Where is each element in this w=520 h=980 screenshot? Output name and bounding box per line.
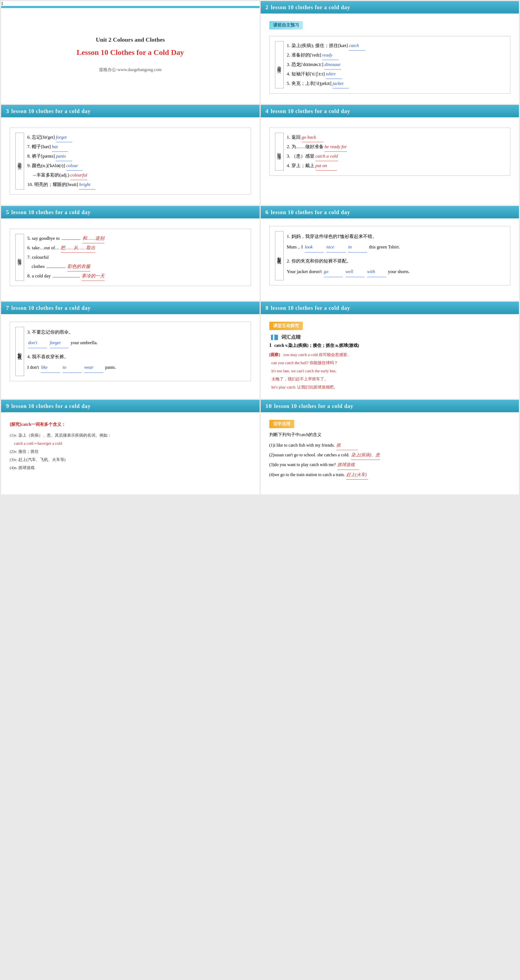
panel-6-header: 6 lesson 10 clothes for a cold day <box>261 206 519 218</box>
panel-num-7: 7 <box>6 304 9 312</box>
panel-5-title: lesson 10 clothes for a cold day <box>11 209 91 215</box>
panel-10-content: 活学活用 判断下列句子中catch的含义 (1)i like to catch … <box>261 412 519 487</box>
vocab-item-2-4: 4. 短袖汗衫['tiːʃɜːt] tshirt <box>287 70 505 79</box>
panel-4-header: 4 lesson 10 clothes for a cold day <box>261 105 519 117</box>
vocab-num-title: 1 catch v.染上(疾病)；接住；抓住 n.抓球(游戏) <box>270 342 510 348</box>
activity-label: 活学活用 <box>270 420 294 428</box>
panel-7-header: 7 lesson 10 clothes for a cold day <box>1 302 260 314</box>
sentence-inner-7: 句型在线 3. 不要忘记你的雨伞。 don't forget your umbr… <box>16 327 245 376</box>
panel-num-6: 6 <box>266 209 269 216</box>
bar-accent: ▌ <box>271 335 278 340</box>
vocab-box-2: 单词闯关 1. 染上(疾病); 接住；抓住[kæt] catch 2. 准备好的… <box>270 36 510 94</box>
panel-9-header: 9 lesson 10 clothes for a cold day <box>1 400 260 412</box>
panel-num-4: 4 <box>266 108 269 115</box>
vocab-item-3-10: 10. 明亮的；耀眼的[braɪt] bright <box>27 180 245 189</box>
panel-3: 3 lesson 10 clothes for a cold day 单词闯关 … <box>1 105 260 205</box>
vocab-box-inner-2: 单词闯关 1. 染上(疾病); 接住；抓住[kæt] catch 2. 准备好的… <box>275 41 505 88</box>
explore-3: (3)v. 赶上(汽车、飞机、火车等) <box>10 455 251 464</box>
explore-title: [探究]catch一词有多个含义： <box>10 420 251 429</box>
lesson-title: Lesson 10 Clothes for a Cold Day <box>76 48 184 57</box>
panel-num-8: 8 <box>266 304 269 312</box>
panel-7-title: lesson 10 clothes for a cold day <box>11 305 91 311</box>
vocab-items-2: 1. 染上(疾病); 接住；抓住[kæt] catch 2. 准备好的['red… <box>287 41 505 88</box>
sentence-6-1: 1. 妈妈，我穿这件绿色的T恤衫看起来不错。 Mum，I look nice i… <box>287 231 505 253</box>
unit-title: Unit 2 Colours and Clothes <box>96 36 165 43</box>
panel-3-header: 3 lesson 10 clothes for a cold day <box>1 105 260 117</box>
phrase-item-4-2: 2. 为……做好准备 be ready for <box>287 142 505 152</box>
panel-3-title: lesson 10 clothes for a cold day <box>11 108 91 115</box>
observe-text: you may catch a cold.你可能会患感冒。 <box>281 353 351 357</box>
phrase-label-4: 短语互译 <box>275 133 284 170</box>
vocab-box-3: 单词闯关 6. 忘记[fə'get] forget 7. 帽子[hæt] hat… <box>10 127 251 195</box>
panel-num-10: 10 <box>266 402 272 410</box>
panel-4: 4 lesson 10 clothes for a cold day 短语互译 … <box>261 105 519 205</box>
panel-8-header: 8 lesson 10 clothes for a cold day <box>261 302 519 314</box>
panel-6: 6 lesson 10 clothes for a cold day 句型在线 … <box>261 206 519 301</box>
examples-8: can you catch the ball? 你能接住球吗？ it's too… <box>270 359 510 391</box>
vocab-item-3-9: 9. 颜色(n.)['kʌlə(r)] colour <box>27 161 245 170</box>
website: 道格办公-www.daogebangong.com <box>99 67 162 73</box>
vocab-box-inner-3: 单词闯关 6. 忘记[fə'get] forget 7. 帽子[hæt] hat… <box>16 133 245 189</box>
panel-9-title: lesson 10 clothes for a cold day <box>11 403 91 409</box>
sentence-box-7: 句型在线 3. 不要忘记你的雨伞。 don't forget your umbr… <box>10 322 251 381</box>
panel-6-content: 句型在线 1. 妈妈，我穿这件绿色的T恤衫看起来不错。 Mum，I look n… <box>261 218 519 293</box>
phrase-item-4-4: 4. 穿上；戴上 put on <box>287 161 505 170</box>
phrase-item-5-7b: clothes 彩色的衣服 <box>27 262 245 271</box>
sentence-7-3: 3. 不要忘记你的雨伞。 don't forget your umbrella. <box>27 327 245 348</box>
observe-label: [观察] <box>270 353 280 357</box>
panel-3-content: 单词闯关 6. 忘记[fə'get] forget 7. 帽子[hæt] hat… <box>1 117 260 205</box>
panel-num-1: 1 <box>1 1 260 6</box>
explore-section: [探究]catch一词有多个含义： (1)v. 染上（疾病）、患。其后接表示疾病… <box>10 420 251 472</box>
vocab-items-3: 6. 忘记[fə'get] forget 7. 帽子[hæt] hat 8. 裤… <box>27 133 245 189</box>
phrase-box-5: 短语互译 5. say goodbye to 和……道别 6. take…out… <box>10 229 251 286</box>
vocab-label-3: 单词闯关 <box>16 133 24 189</box>
judge-1: (1)i like to catch fish with my friends.… <box>270 441 510 450</box>
vocab-item-3-9b: →丰富多彩的(adj.) colourful <box>27 170 245 180</box>
sentence-items-6: 1. 妈妈，我穿这件绿色的T恤衫看起来不错。 Mum，I look nice i… <box>287 231 505 280</box>
phrase-item-5-6: 6. take…out of… 把……从……取出 <box>27 243 245 253</box>
sentence-6-2: 2. 你的夹克和你的短裤不搭配。 Your jacket doesn't go … <box>287 256 505 277</box>
vocab-item-3-8: 8. 裤子[pænts] pants <box>27 152 245 161</box>
vocab-item-2-3: 3. 恐龙['dɑɪməsɔː] dinosaur <box>287 60 505 70</box>
panel-4-content: 短语互译 1. 返回 go back 2. 为……做好准备 be ready f… <box>261 117 519 186</box>
judge-3: (3)do you want to play catch with me? 抓球… <box>270 460 510 469</box>
panel-2-title: lesson 10 clothes for a cold day <box>271 4 350 11</box>
phrase-label-5: 短语互译 <box>16 234 24 281</box>
judge-2: (2)susan can't go to school. she catches… <box>270 450 510 460</box>
panel-num-9: 9 <box>6 402 9 410</box>
sentence-items-7: 3. 不要忘记你的雨伞。 don't forget your umbrella.… <box>27 327 245 376</box>
vocab-item-3-7: 7. 帽子[hæt] hat <box>27 142 245 152</box>
panel-2: 2 lesson 10 clothes for a cold day 课前自主预… <box>261 1 519 104</box>
sentence-label-7: 句型在线 <box>16 327 24 376</box>
sentence-label-6: 句型在线 <box>275 231 284 280</box>
panel-8: 8 lesson 10 clothes for a cold day 课堂互动探… <box>261 302 519 399</box>
phrase-items-4: 1. 返回 go back 2. 为……做好准备 be ready for 3.… <box>287 133 505 170</box>
page-grid: 1 Unit 2 Colours and Clothes Lesson 10 C… <box>0 0 520 496</box>
panel-6-title: lesson 10 clothes for a cold day <box>271 209 350 215</box>
phrase-items-5: 5. say goodbye to 和……道别 6. take…out of… … <box>27 234 245 281</box>
vocab-title-label: 词汇点睛 <box>281 334 301 340</box>
phrase-item-4-3: 3. （患）感冒 catch a cold <box>287 152 505 161</box>
explore-4: (4)n. 抓球游戏 <box>10 464 251 472</box>
judge-intro: 判断下列句子中catch的含义 <box>270 432 510 438</box>
observe-section: [观察] you may catch a cold.你可能会患感冒。 <box>270 351 510 359</box>
sentence-inner-6: 句型在线 1. 妈妈，我穿这件绿色的T恤衫看起来不错。 Mum，I look n… <box>275 231 505 280</box>
panel-2-content: 课前自主预习 单词闯关 1. 染上(疾病); 接住；抓住[kæt] catch … <box>261 14 519 104</box>
panel-5-header: 5 lesson 10 clothes for a cold day <box>1 206 260 218</box>
panel-5: 5 lesson 10 clothes for a cold day 短语互译 … <box>1 206 260 301</box>
panel-num-3: 3 <box>6 108 9 115</box>
panel-7: 7 lesson 10 clothes for a cold day 句型在线 … <box>1 302 260 399</box>
phrase-box-4: 短语互译 1. 返回 go back 2. 为……做好准备 be ready f… <box>270 127 510 176</box>
panel-8-content: 课堂互动探究 ▌ 词汇点睛 1 catch v.染上(疾病)；接住；抓住 n.抓… <box>261 314 519 399</box>
panel-1-content: Unit 2 Colours and Clothes Lesson 10 Clo… <box>1 6 260 100</box>
panel-5-content: 短语互译 5. say goodbye to 和……道别 6. take…out… <box>1 218 260 296</box>
panel-2-header: 2 lesson 10 clothes for a cold day <box>261 1 519 14</box>
vocab-label-2: 单词闯关 <box>275 41 284 88</box>
vocab-item-2-1: 1. 染上(疾病); 接住；抓住[kæt] catch <box>287 41 505 51</box>
judge-4: (4)we go to the train station to catch a… <box>270 470 510 480</box>
explore-2: (2)v. 接住；抓住 <box>10 447 251 455</box>
phrase-item-5-5: 5. say goodbye to 和……道别 <box>27 234 245 243</box>
phrase-inner-5: 短语互译 5. say goodbye to 和……道别 6. take…out… <box>16 234 245 281</box>
vocab-item-2-5: 5. 夹克；上衣['dʒækɪt] jacket <box>287 79 505 88</box>
panel-9-content: [探究]catch一词有多个含义： (1)v. 染上（疾病）、患。其后接表示疾病… <box>1 412 260 479</box>
